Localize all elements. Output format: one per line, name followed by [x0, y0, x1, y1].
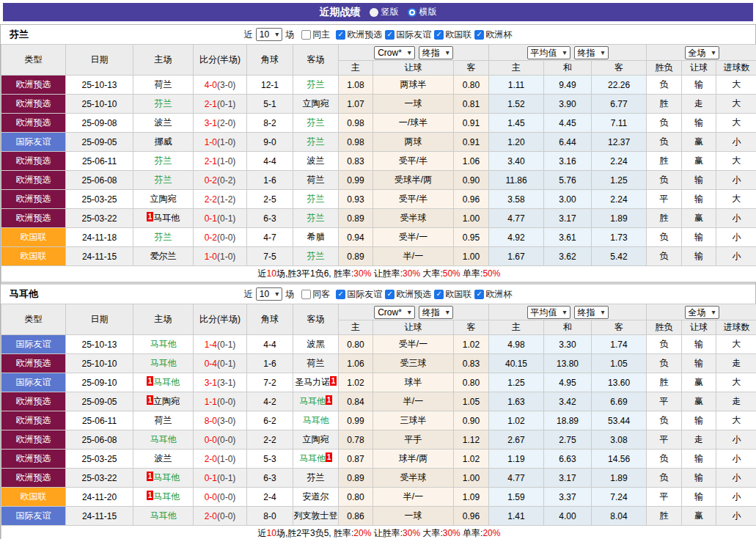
home-team-cell: 波兰 — [133, 450, 194, 469]
result-handicap: 输 — [682, 469, 716, 488]
result-handicap: 输 — [682, 488, 716, 507]
avg-away-odds: 6.77 — [592, 95, 647, 114]
recent-count-select[interactable]: 10 — [256, 28, 282, 41]
team-name-text: 波兰 — [307, 155, 325, 166]
scope-select[interactable]: 全场 — [685, 46, 719, 59]
avg-away-odds: 53.44 — [592, 411, 647, 430]
match-row: 欧洲预选25-10-10芬兰2-1(0-1)5-1立陶宛1.07一球0.811.… — [1, 95, 756, 114]
fulltime-score: 3-1 — [205, 378, 217, 388]
avg-home-odds: 40.15 — [489, 354, 544, 373]
result-goals: 小 — [716, 507, 756, 526]
league-filter-checkbox[interactable]: 国际友谊 — [385, 29, 431, 41]
league-filter-checkbox[interactable]: 欧洲预选 — [336, 29, 382, 41]
fulltime-score: 0-4 — [205, 359, 217, 369]
red-card-badge: 1 — [147, 472, 153, 481]
red-card-badge: 1 — [147, 491, 153, 500]
handicap-line: 一球 — [373, 507, 454, 526]
crow-away-odds: 1.02 — [454, 335, 489, 354]
layout-radio-horizontal[interactable]: 横版 — [408, 6, 437, 18]
avg-away-odds: 7.11 — [592, 114, 647, 133]
date-cell: 24-11-20 — [66, 488, 133, 507]
match-row: 欧洲预选25-06-08马耳他0-0(0-0)2-2立陶宛0.78平手1.122… — [1, 430, 756, 450]
result-wdl: 负 — [647, 228, 682, 247]
bookmaker-select[interactable]: Crow* — [374, 306, 415, 319]
average-select[interactable]: 平均值 — [527, 46, 570, 59]
matches-table: 类型 日期 主场 比分(半场) 角球 客场 Crow* 终指 平均值 — [1, 304, 756, 539]
corner-cell: 4-7 — [247, 228, 293, 247]
scope-select[interactable]: 全场 — [685, 306, 719, 319]
handicap-line: 受平/半 — [373, 152, 454, 171]
same-venue-checkbox[interactable]: 同主 — [301, 29, 330, 41]
corner-cell: 4-2 — [247, 392, 293, 411]
checkbox-icon — [385, 30, 394, 40]
fulltime-score: 4-0 — [205, 80, 217, 90]
sub-col-wdl: 胜负 — [647, 61, 682, 76]
fulltime-score: 0-0 — [205, 435, 217, 445]
league-filter-checkbox[interactable]: 欧国联 — [434, 288, 471, 301]
corner-cell: 9-0 — [247, 133, 293, 152]
odds-stage-select2[interactable]: 终指 — [574, 306, 609, 319]
team-name-text: 挪威 — [155, 136, 172, 147]
avg-draw-odds: 3.00 — [544, 190, 592, 209]
team-name-text: 波兰 — [155, 117, 172, 128]
league-filter-checkbox[interactable]: 欧洲杯 — [474, 288, 512, 301]
avg-away-odds: 2.24 — [592, 190, 647, 209]
result-handicap: 输 — [682, 411, 716, 430]
home-team-cell: 荷兰 — [133, 76, 194, 95]
team-name-text: 马耳他 — [303, 415, 329, 425]
crow-home-odds: 0.89 — [339, 209, 373, 228]
team-name-text: 芬兰 — [307, 213, 325, 223]
result-wdl: 负 — [647, 247, 682, 266]
recent-count-select[interactable]: 10 — [256, 287, 282, 301]
date-cell: 25-09-08 — [66, 114, 133, 133]
result-goals: 大 — [716, 373, 756, 392]
sub-col-hcp-result: 让球 — [682, 320, 716, 335]
checkbox-icon — [336, 30, 345, 40]
result-handicap: 走 — [682, 430, 716, 450]
league-filter-checkbox[interactable]: 欧洲预选 — [385, 288, 431, 301]
fulltime-score: 2-0 — [205, 511, 217, 521]
away-team-cell: 荷兰 — [293, 354, 339, 373]
radio-horizontal-label: 横版 — [419, 6, 437, 18]
home-team-cell: 1马耳他 — [133, 469, 194, 488]
handicap-line: 球半 — [373, 373, 454, 392]
league-filter-checkbox[interactable]: 国际友谊 — [336, 288, 382, 301]
sub-col-away-odds: 客 — [454, 320, 489, 335]
avg-draw-odds: 3.30 — [544, 335, 592, 354]
match-type-cell: 欧国联 — [1, 247, 66, 266]
crow-home-odds: 0.99 — [339, 411, 373, 430]
red-card-badge: 1 — [326, 395, 332, 405]
date-cell: 24-11-15 — [66, 507, 133, 526]
halftime-score: (1-0) — [217, 137, 235, 147]
avg-home-odds: 4.77 — [489, 209, 544, 228]
date-cell: 25-03-25 — [66, 450, 133, 469]
crow-away-odds: 0.91 — [454, 133, 489, 152]
avg-away-odds: 8.04 — [592, 507, 647, 526]
bookmaker-select[interactable]: Crow* — [374, 46, 415, 59]
average-select[interactable]: 平均值 — [527, 306, 570, 319]
summary-rate-value: 10 — [267, 528, 276, 538]
league-filter-checkbox[interactable]: 欧国联 — [434, 29, 471, 41]
matches-table: 类型 日期 主场 比分(半场) 角球 客场 Crow* 终指 平均值 — [1, 44, 756, 282]
avg-away-odds: 1.74 — [592, 335, 647, 354]
crow-away-odds: 0.80 — [454, 76, 489, 95]
layout-radio-vertical[interactable]: 竖版 — [370, 6, 399, 18]
home-team-cell: 荷兰 — [133, 411, 194, 430]
league-filter-label: 国际友谊 — [396, 29, 431, 41]
crow-home-odds: 0.78 — [339, 430, 373, 450]
odds-stage-select[interactable]: 终指 — [419, 306, 453, 319]
checkbox-icon — [434, 30, 444, 40]
filter-controls: 近 10 场 同主 欧洲预选国际友谊欧国联欧洲杯 — [244, 28, 512, 41]
team-name-text: 芬兰 — [307, 194, 325, 204]
league-filter-checkbox[interactable]: 欧洲杯 — [474, 29, 512, 41]
result-goals: 小 — [716, 450, 756, 469]
match-row: 欧洲预选25-09-051立陶宛1-1(0-0)4-2马耳他10.84半/一1.… — [1, 392, 756, 411]
fulltime-score: 2-2 — [205, 194, 217, 205]
halftime-score: (0-1) — [217, 99, 235, 109]
red-card-badge: 1 — [147, 376, 153, 386]
odds-stage-select2[interactable]: 终指 — [574, 46, 609, 59]
halftime-score: (0-0) — [217, 511, 235, 521]
same-venue-checkbox[interactable]: 同客 — [301, 288, 330, 301]
odds-stage-select[interactable]: 终指 — [419, 46, 453, 59]
match-type-cell: 欧洲预选 — [1, 469, 66, 488]
